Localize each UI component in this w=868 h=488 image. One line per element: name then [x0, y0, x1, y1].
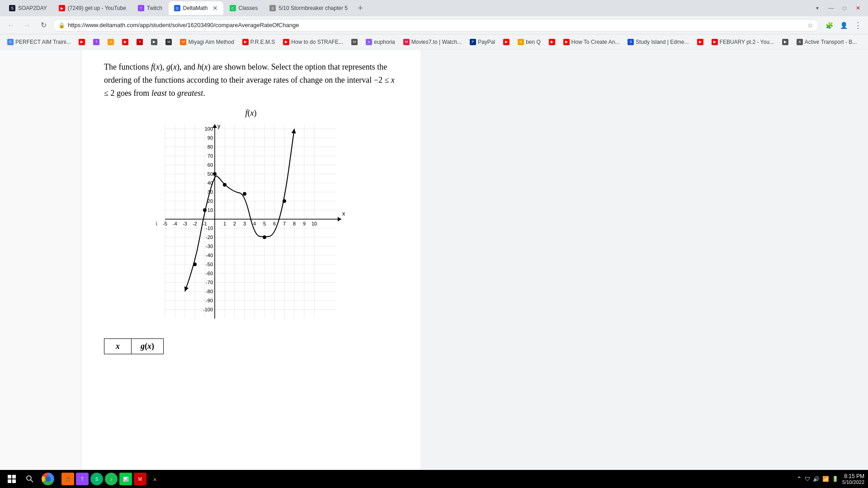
right-sidebar: [420, 50, 868, 470]
bookmark-bk21[interactable]: ▶: [693, 36, 707, 48]
taskbar: 🎵 T S ♪ 📊 M ⚔ ⌃ 🛡 🔊 📶 🔋 8:15 PM 5/10/202…: [0, 470, 868, 488]
tab-stormbreaker-label: 5/10 Stormbreaker chapter 5: [278, 5, 348, 11]
minimize-button[interactable]: —: [825, 2, 837, 14]
bookmark-how-to-create-label: How To Create An...: [571, 39, 620, 45]
taskbar-app-1[interactable]: 🎵: [61, 473, 74, 485]
bookmark-euphoria[interactable]: e euphoria: [362, 36, 399, 48]
maximize-button[interactable]: □: [838, 2, 851, 14]
left-sidebar: [0, 50, 81, 470]
address-bar[interactable]: 🔒 https://www.deltamath.com/app/student/…: [52, 19, 819, 32]
chart-wrapper: f(x): [156, 108, 346, 325]
chart-container: f(x): [104, 108, 398, 325]
tab-controls: ▾ — □ ✕: [811, 2, 864, 14]
taskbar-app-5[interactable]: 📊: [119, 473, 132, 485]
bookmarks-bar: G PERFECT AIM Traini... ▶ T a ▶ Y ▶ M M …: [0, 34, 868, 50]
time-display: 8:15 PM: [842, 473, 864, 479]
bookmark-prems-label: P.R.E.M.S: [250, 39, 275, 45]
bookmark-twitch1[interactable]: T: [90, 36, 103, 48]
tray-icon-2[interactable]: 🛡: [805, 476, 810, 482]
menu-button[interactable]: ⋮: [852, 19, 864, 32]
tab-deltamath-close[interactable]: ✕: [212, 5, 218, 12]
svg-rect-2: [8, 479, 11, 483]
lock-icon: 🔒: [58, 22, 65, 28]
nav-right-buttons: 🧩 👤 ⋮: [823, 19, 864, 32]
tab-twitch-label: Twitch: [147, 5, 162, 11]
bookmark-bk7[interactable]: ▶: [147, 36, 161, 48]
new-tab-button[interactable]: +: [354, 2, 367, 14]
table-header-gx: g(x): [132, 339, 164, 354]
bookmark-miyagi-label: Miyagi Aim Method: [188, 39, 234, 45]
bookmark-study-island[interactable]: S Study Island | Edme...: [624, 36, 692, 48]
star-icon[interactable]: ☆: [807, 22, 813, 29]
taskbar-app-3[interactable]: S: [90, 473, 103, 485]
svg-rect-3: [12, 479, 16, 483]
taskbar-chrome[interactable]: [40, 471, 56, 487]
bookmark-prems[interactable]: ▶ P.R.E.M.S: [239, 36, 278, 48]
problem-description: The functions f(x), g(x), and h(x) are s…: [104, 61, 398, 99]
bookmark-bk16[interactable]: ▶: [500, 36, 513, 48]
forward-button[interactable]: →: [20, 18, 34, 33]
bookmark-strafe-label: How to do STRAFE...: [291, 39, 343, 45]
svg-rect-1: [12, 475, 16, 479]
bookmark-yt2[interactable]: ▶: [118, 36, 132, 48]
bookmark-bk8[interactable]: M: [162, 36, 175, 48]
tab-soap2day[interactable]: S SOAP2DAY: [4, 1, 52, 15]
bookmark-benq[interactable]: b ben Q: [514, 36, 544, 48]
tab-youtube[interactable]: ▶ (7249) get up - YouTube: [53, 1, 132, 15]
tab-deltamath-label: DeltaMath: [183, 5, 208, 11]
bookmark-euphoria-label: euphoria: [374, 39, 395, 45]
bookmark-miyagi[interactable]: M Miyagi Aim Method: [176, 36, 237, 48]
bookmark-paypal-label: PayPal: [478, 39, 495, 45]
page-area: The functions f(x), g(x), and h(x) are s…: [0, 50, 868, 470]
function-graph: [156, 120, 346, 323]
extensions-button[interactable]: 🧩: [823, 19, 835, 32]
bookmark-bk18[interactable]: ▶: [545, 36, 559, 48]
tab-twitch[interactable]: T Twitch: [132, 1, 168, 15]
taskbar-search[interactable]: [22, 471, 38, 487]
svg-line-5: [31, 480, 33, 482]
date-display: 5/10/2022: [842, 479, 864, 485]
wifi-icon[interactable]: 📶: [822, 476, 829, 482]
tab-classes-label: Classes: [239, 5, 258, 11]
taskbar-app-7[interactable]: ⚔: [148, 473, 161, 485]
tab-deltamath[interactable]: D DeltaMath ✕: [169, 1, 223, 15]
start-button[interactable]: [4, 471, 20, 487]
profile-button[interactable]: 👤: [837, 19, 850, 32]
taskbar-app-2[interactable]: T: [76, 473, 89, 485]
bookmark-active-transport-label: Active Transport - B...: [805, 39, 857, 45]
bookmark-paypal[interactable]: P PayPal: [466, 36, 499, 48]
bookmark-yt3[interactable]: Y: [133, 36, 146, 48]
battery-icon[interactable]: 🔋: [832, 476, 839, 482]
tray-icon-3[interactable]: 🔊: [813, 476, 820, 482]
back-button[interactable]: ←: [4, 18, 18, 33]
bookmark-amazon[interactable]: a: [104, 36, 118, 48]
taskbar-app-6[interactable]: M: [134, 473, 146, 485]
tab-soap2day-label: SOAP2DAY: [18, 5, 47, 11]
tab-bar: S SOAP2DAY ▶ (7249) get up - YouTube T T…: [0, 0, 868, 16]
bookmark-how-to-create[interactable]: ▶ How To Create An...: [560, 36, 623, 48]
bookmark-benq-label: ben Q: [526, 39, 541, 45]
bookmark-yt1[interactable]: ▶: [75, 36, 89, 48]
system-tray: ⌃ 🛡 🔊 📶 🔋: [797, 475, 839, 483]
tray-icon-1[interactable]: ⌃: [797, 475, 802, 483]
bookmark-perfect-aim[interactable]: G PERFECT AIM Traini...: [4, 36, 74, 48]
bookmark-active-transport[interactable]: A Active Transport - B...: [793, 36, 860, 48]
bookmark-strafe[interactable]: ▶ How to do STRAFE...: [279, 36, 347, 48]
url-text: https://www.deltamath.com/app/student/so…: [68, 22, 805, 28]
bookmark-movies7[interactable]: M Movies7.to | Watch...: [400, 36, 465, 48]
tab-list-button[interactable]: ▾: [811, 2, 824, 14]
taskbar-right: ⌃ 🛡 🔊 📶 🔋 8:15 PM 5/10/2022: [797, 473, 864, 485]
chart-title: f(x): [156, 108, 346, 118]
bookmark-bk23[interactable]: ▶: [778, 36, 792, 48]
close-button[interactable]: ✕: [852, 2, 864, 14]
tab-classes[interactable]: C Classes: [224, 1, 264, 15]
tab-stormbreaker[interactable]: S 5/10 Stormbreaker chapter 5: [264, 1, 353, 15]
taskbar-apps: 🎵 T S ♪ 📊 M ⚔: [61, 473, 161, 485]
browser-chrome: S SOAP2DAY ▶ (7249) get up - YouTube T T…: [0, 0, 868, 50]
bookmark-bk12[interactable]: M: [348, 36, 361, 48]
taskbar-clock[interactable]: 8:15 PM 5/10/2022: [842, 473, 864, 485]
svg-rect-0: [8, 475, 11, 479]
taskbar-app-4[interactable]: ♪: [105, 473, 118, 485]
bookmark-february[interactable]: ▶ FEBUARY pt.2 - You...: [708, 36, 778, 48]
refresh-button[interactable]: ↻: [36, 18, 51, 33]
